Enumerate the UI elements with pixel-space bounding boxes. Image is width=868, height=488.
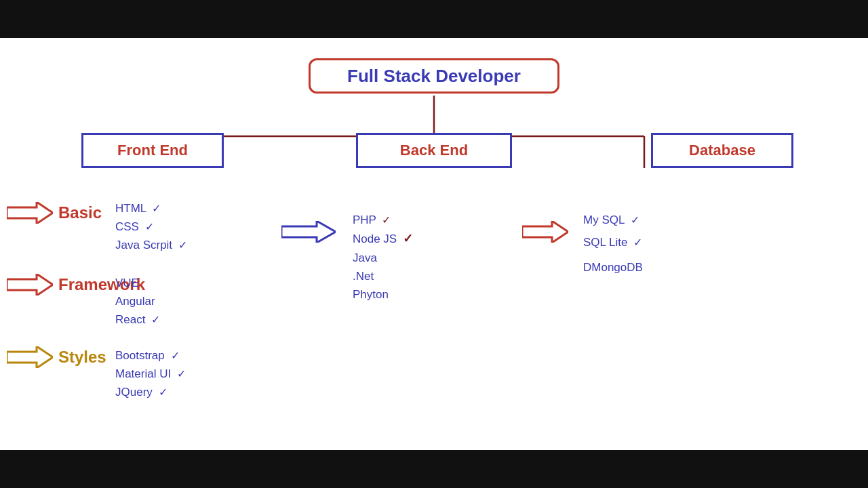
backend-section-header: [281, 221, 336, 243]
styles-label: Styles: [58, 348, 106, 367]
item-vue: VUE: [115, 274, 160, 292]
database-section-header: [522, 221, 568, 243]
item-javascript: Java Scrpit ✓: [115, 236, 187, 254]
backend-label: Back End: [400, 142, 468, 159]
styles-arrow-icon: [7, 346, 53, 368]
item-nodejs: Node JS ✓: [353, 229, 413, 249]
item-sqlite: SQL Lite ✓: [583, 233, 643, 251]
svg-marker-5: [7, 202, 53, 224]
svg-marker-6: [7, 274, 53, 296]
root-node: Full Stack Developer: [309, 58, 559, 94]
item-dotnet: .Net: [353, 267, 413, 285]
backend-box: Back End: [356, 133, 512, 168]
item-css: CSS ✓: [115, 218, 187, 236]
backend-items: PHP ✓ Node JS ✓ Java .Net Phyton: [353, 211, 413, 304]
database-items: My SQL ✓ SQL Lite ✓ DMongoDB: [583, 211, 643, 277]
svg-marker-8: [281, 221, 336, 243]
styles-section-header: Styles: [7, 346, 106, 368]
root-label: Full Stack Developer: [347, 66, 521, 87]
frontend-box: Front End: [81, 133, 224, 168]
basic-items: HTML ✓ CSS ✓ Java Scrpit ✓: [115, 199, 187, 255]
styles-items: Bootstrap ✓ Material UI ✓ JQuery ✓: [115, 346, 186, 402]
item-php: PHP ✓: [353, 211, 413, 229]
basic-section-header: Basic: [7, 202, 102, 224]
backend-arrow-icon: [281, 221, 336, 243]
item-bootstrap: Bootstrap ✓: [115, 346, 186, 365]
item-java: Java: [353, 249, 413, 267]
database-arrow-icon: [522, 221, 568, 243]
item-html: HTML ✓: [115, 199, 187, 218]
svg-marker-7: [7, 346, 53, 368]
svg-marker-9: [522, 221, 568, 243]
item-angular: Angular: [115, 292, 160, 310]
top-bar: [0, 0, 868, 38]
bottom-bar: [0, 450, 868, 488]
item-dmongodb: DMongoDB: [583, 258, 643, 277]
item-react: React ✓: [115, 310, 160, 329]
database-box: Database: [651, 133, 793, 168]
content-area: Full Stack Developer Front End Back End …: [0, 38, 868, 450]
basic-label: Basic: [58, 203, 102, 222]
framework-items: VUE Angular React ✓: [115, 274, 160, 329]
item-mysql: My SQL ✓: [583, 211, 643, 229]
basic-arrow-icon: [7, 202, 53, 224]
item-materialui: Material UI ✓: [115, 365, 186, 383]
item-jquery: JQuery ✓: [115, 383, 186, 401]
item-python: Phyton: [353, 285, 413, 304]
frontend-label: Front End: [117, 142, 188, 159]
database-label: Database: [689, 142, 755, 159]
framework-arrow-icon: [7, 274, 53, 296]
